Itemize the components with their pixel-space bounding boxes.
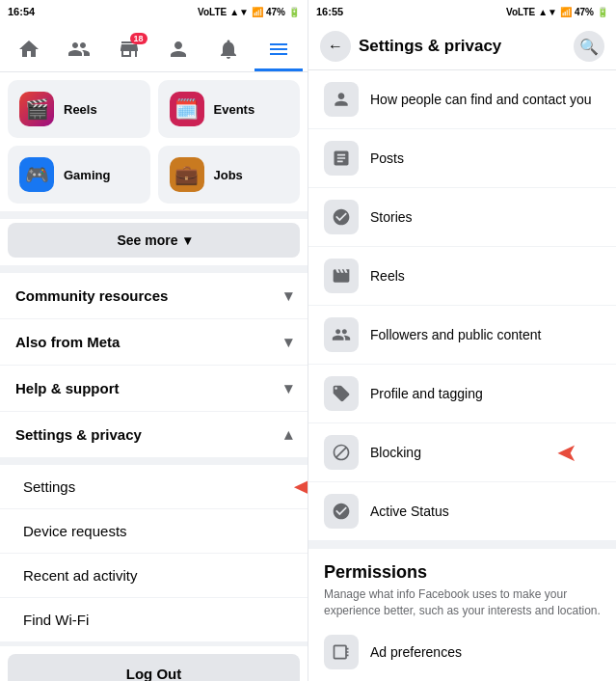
logout-section: Log Out: [0, 646, 308, 681]
settings-active-status[interactable]: Active Status: [308, 482, 616, 541]
blocking-label: Blocking: [370, 445, 421, 460]
permissions-header: Permissions Manage what info Facebook us…: [308, 549, 616, 623]
status-icons-left: VoLTE ▲▼ 📶 47% 🔋: [198, 7, 300, 17]
permissions-desc: Manage what info Facebook uses to make y…: [324, 586, 601, 619]
posts-label: Posts: [370, 150, 404, 166]
home-nav[interactable]: [5, 29, 53, 71]
ad-preferences-label: Ad preferences: [370, 644, 462, 660]
submenu-recent-ad[interactable]: Recent ad activity: [0, 554, 308, 598]
ad-preferences-icon: [324, 635, 359, 669]
app-reels[interactable]: 🎬 Reels: [8, 80, 150, 138]
settings-blocking[interactable]: Blocking ➤: [308, 423, 616, 482]
blocking-icon: [324, 435, 359, 470]
nav-badge: 18: [130, 33, 147, 44]
profile-tagging-icon: [324, 376, 359, 411]
chevron-help: ▾: [284, 379, 292, 397]
settings-reels[interactable]: Reels: [308, 247, 616, 306]
status-icons-right: VoLTE ▲▼ 📶 47% 🔋: [506, 7, 608, 17]
nav-bar: 18: [0, 23, 308, 72]
settings-stories[interactable]: Stories: [308, 188, 616, 247]
settings-list: How people can find and contact you Post…: [308, 70, 616, 681]
right-header: ← Settings & privacy 🔍: [308, 23, 616, 70]
page-title: Settings & privacy: [359, 37, 501, 56]
friends-nav[interactable]: [55, 29, 103, 71]
status-bar-left: 16:54 VoLTE ▲▼ 📶 47% 🔋: [0, 0, 308, 23]
status-bar-right: 16:55 VoLTE ▲▼ 📶 47% 🔋: [308, 0, 616, 23]
community-label: Community resources: [15, 287, 168, 304]
jobs-label: Jobs: [214, 168, 243, 182]
reels-icon: 🎬: [19, 92, 54, 126]
menu-nav[interactable]: [254, 29, 303, 71]
chevron-meta: ▾: [284, 333, 292, 351]
jobs-icon: 💼: [170, 157, 204, 192]
settings-privacy-label: Settings & privacy: [15, 426, 142, 443]
profile-nav[interactable]: [154, 29, 202, 71]
search-button[interactable]: 🔍: [574, 31, 604, 62]
chevron-community: ▾: [284, 286, 292, 305]
settings-followers[interactable]: Followers and public content: [308, 306, 616, 365]
header-left: ← Settings & privacy: [320, 31, 501, 62]
chevron-settings: ▴: [284, 425, 292, 444]
app-events[interactable]: 🗓️ Events: [158, 80, 301, 138]
left-panel: 16:54 VoLTE ▲▼ 📶 47% 🔋 18: [0, 0, 308, 681]
profile-tagging-label: Profile and tagging: [370, 386, 483, 401]
help-label: Help & support: [15, 380, 120, 396]
gaming-icon: 🎮: [19, 157, 54, 192]
menu-community[interactable]: Community resources ▾: [0, 273, 308, 319]
red-arrow-settings: ➤: [293, 474, 308, 501]
submenu-device-requests[interactable]: Device requests: [0, 509, 308, 554]
followers-label: Followers and public content: [370, 327, 541, 342]
reels-label: Reels: [64, 102, 97, 117]
settings-submenu: Settings ➤ Device requests Recent ad act…: [0, 465, 308, 642]
settings-item-label: Settings: [23, 478, 75, 495]
settings-ad-preferences[interactable]: Ad preferences: [308, 623, 616, 681]
menu-settings-privacy[interactable]: Settings & privacy ▴: [0, 412, 308, 457]
gaming-label: Gaming: [64, 168, 110, 182]
menu-also-from-meta[interactable]: Also from Meta ▾: [0, 319, 308, 366]
menu-help[interactable]: Help & support ▾: [0, 366, 308, 412]
find-contact-label: How people can find and contact you: [370, 92, 592, 107]
settings-find-contact[interactable]: How people can find and contact you: [308, 70, 616, 129]
submenu-settings[interactable]: Settings ➤: [0, 465, 308, 509]
search-icon: 🔍: [579, 38, 599, 56]
reels-settings-label: Reels: [370, 268, 405, 284]
device-requests-label: Device requests: [23, 523, 127, 539]
posts-icon: [324, 141, 359, 176]
red-arrow-blocking: ➤: [556, 440, 577, 465]
marketplace-nav[interactable]: 18: [105, 29, 153, 71]
time-right: 16:55: [316, 6, 343, 17]
time-left: 16:54: [8, 6, 35, 17]
followers-icon: [324, 317, 359, 352]
logout-button[interactable]: Log Out: [8, 654, 300, 681]
active-status-label: Active Status: [370, 504, 449, 519]
settings-posts[interactable]: Posts: [308, 129, 616, 188]
back-icon: ←: [328, 38, 343, 55]
right-panel: 16:55 VoLTE ▲▼ 📶 47% 🔋 ← Settings & priv…: [308, 0, 616, 681]
logout-label: Log Out: [126, 666, 181, 681]
app-jobs[interactable]: 💼 Jobs: [158, 146, 301, 204]
notifications-nav[interactable]: [204, 29, 253, 71]
permissions-divider: [308, 541, 616, 549]
app-gaming[interactable]: 🎮 Gaming: [8, 146, 150, 204]
see-more-button[interactable]: See more ▾: [8, 223, 300, 258]
chevron-down-icon: ▾: [184, 232, 191, 248]
menu-section: Community resources ▾ Also from Meta ▾ H…: [0, 273, 308, 457]
find-contact-icon: [324, 82, 359, 117]
back-button[interactable]: ←: [320, 31, 351, 62]
see-more-label: See more: [117, 232, 177, 248]
stories-icon: [324, 200, 359, 234]
find-wifi-label: Find Wi-Fi: [23, 612, 89, 628]
events-label: Events: [214, 102, 255, 117]
see-more-section: See more ▾: [0, 219, 308, 265]
recent-ad-label: Recent ad activity: [23, 567, 137, 584]
submenu-find-wifi[interactable]: Find Wi-Fi: [0, 598, 308, 642]
also-from-meta-label: Also from Meta: [15, 334, 120, 350]
active-status-icon: [324, 494, 359, 529]
reels-settings-icon: [324, 259, 359, 293]
events-icon: 🗓️: [170, 92, 204, 126]
left-scroll-area: 🎬 Reels 🗓️ Events 🎮 Gaming 💼 Jobs See mo…: [0, 72, 308, 681]
permissions-title: Permissions: [324, 562, 601, 583]
apps-grid: 🎬 Reels 🗓️ Events 🎮 Gaming 💼 Jobs: [0, 72, 308, 211]
settings-profile-tagging[interactable]: Profile and tagging: [308, 365, 616, 423]
stories-label: Stories: [370, 209, 413, 225]
